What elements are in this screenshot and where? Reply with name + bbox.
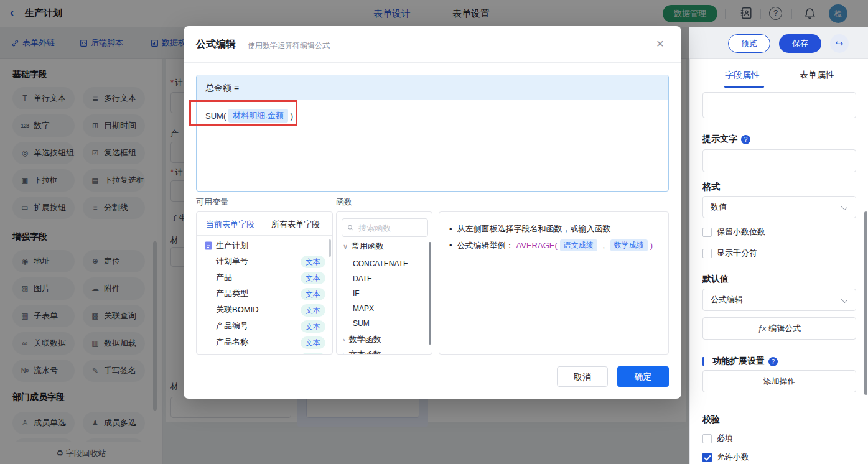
hint-line-1: •从左侧面板选择字段名和函数，或输入函数 (449, 223, 611, 234)
validation-label: 校验 (702, 414, 720, 425)
default-value-select[interactable]: 公式编辑 (702, 289, 856, 311)
formula-edit-modal: 公式编辑 使用数学运算符编辑公式 × 总金额 = SUM( 材料明细.金额 ) … (184, 26, 681, 399)
function-group-text[interactable]: ›文本函数 (343, 349, 381, 355)
modal-subtitle: 使用数学运算符编辑公式 (248, 40, 330, 51)
bullet-icon: • (449, 241, 452, 250)
search-icon (347, 224, 353, 231)
example-function-name: AVERAGE( (516, 241, 558, 250)
default-value-label: 默认值 (702, 274, 729, 285)
tab-field-properties[interactable]: 字段属性 (725, 70, 760, 81)
field-type-badge-partial: 文本 (301, 353, 325, 355)
field-type-badge: 文本 (301, 304, 325, 317)
field-type-badge: 文本 (301, 336, 325, 349)
function-item[interactable]: MAPX (353, 304, 374, 313)
variable-item[interactable]: 计划单号 (216, 256, 248, 267)
variable-item[interactable]: 产品类型 (216, 288, 248, 299)
chevron-down-icon (841, 297, 847, 303)
function-group-common[interactable]: ∨常用函数 (343, 241, 384, 252)
allow-decimal-row: 允许小数 (702, 452, 749, 463)
formula-editor[interactable]: 总金额 = SUM( 材料明细.金额 ) (196, 75, 669, 192)
thousand-sep-row: 显示千分符 (702, 248, 757, 259)
formula-expression[interactable]: SUM( 材料明细.金额 ) (205, 109, 293, 123)
cancel-button[interactable]: 取消 (557, 366, 608, 387)
section-bar (702, 357, 704, 366)
variable-tree-root[interactable]: 生产计划 (205, 240, 248, 251)
example-close-paren: ) (650, 241, 653, 250)
formula-field-token[interactable]: 材料明细.金额 (228, 109, 288, 123)
save-button[interactable]: 保存 (779, 34, 821, 53)
variable-item[interactable]: 产品编号 (216, 320, 248, 332)
divider (690, 88, 868, 88)
chevron-down-icon: ∨ (343, 243, 348, 251)
function-group-math[interactable]: ›数学函数 (343, 334, 381, 345)
variable-item[interactable]: 产品名称 (216, 336, 248, 348)
field-type-badge: 文本 (301, 320, 325, 333)
divider (184, 62, 681, 63)
example-field-token: 数学成绩 (610, 239, 648, 251)
example-field-token: 语文成绩 (560, 239, 597, 251)
modal-title: 公式编辑 (196, 38, 236, 51)
extension-settings-label: 功能扩展设置? (702, 356, 778, 367)
edit-formula-button[interactable]: ƒx 编辑公式 (702, 317, 856, 340)
format-label: 格式 (702, 182, 720, 193)
formula-hints-panel: •从左侧面板选择字段名和函数，或输入函数 • 公式编辑举例： AVERAGE( … (439, 211, 669, 355)
chevron-right-icon: › (343, 336, 345, 343)
keep-decimal-checkbox[interactable] (702, 228, 712, 237)
function-item[interactable]: IF (353, 289, 360, 298)
function-search-input[interactable] (357, 223, 422, 233)
formula-function-name: SUM( (205, 111, 226, 121)
fx-icon: ƒx (758, 323, 767, 333)
help-icon[interactable]: ? (741, 135, 750, 144)
format-select[interactable]: 数值 (702, 196, 856, 218)
variables-tabs: 当前表单字段 所有表单字段 (197, 212, 332, 236)
function-item[interactable]: CONCATENATE (353, 259, 408, 268)
allow-decimal-checkbox[interactable] (702, 453, 712, 462)
document-icon (205, 241, 212, 250)
comma: ， (600, 240, 608, 251)
close-icon[interactable]: × (651, 35, 669, 53)
hint-line-2: • 公式编辑举例： AVERAGE( 语文成绩 ， 数学成绩 ) (449, 239, 653, 251)
functions-scrollbar[interactable] (429, 242, 431, 345)
field-type-badge: 文本 (301, 288, 325, 300)
share-arrow-icon[interactable]: ↪ (830, 34, 849, 53)
variable-item[interactable]: 关联BOMID (216, 304, 259, 315)
field-type-badge: 文本 (301, 256, 325, 268)
property-panel: 字段属性 表单属性 提示文字? 格式 数值 保留小数位数 显示千分符 默认值 公… (689, 59, 868, 464)
help-icon[interactable]: ? (768, 357, 778, 366)
keep-decimal-row: 保留小数位数 (702, 226, 765, 238)
window-scrollbar[interactable] (864, 211, 867, 395)
tab-current-form-fields[interactable]: 当前表单字段 (206, 219, 254, 230)
modal-backdrop[interactable] (0, 0, 868, 27)
thousand-sep-checkbox[interactable] (702, 249, 712, 258)
variables-scrollbar[interactable] (329, 239, 331, 257)
bullet-icon: • (449, 225, 452, 234)
confirm-button[interactable]: 确定 (617, 366, 669, 387)
tab-all-form-fields[interactable]: 所有表单字段 (271, 219, 320, 230)
functions-panel: ∨常用函数 CONCATENATE DATE IF MAPX SUM ›数学函数… (336, 211, 432, 355)
hint-text-input[interactable] (702, 149, 856, 172)
hint-text-label: 提示文字? (702, 134, 750, 145)
function-search[interactable] (342, 218, 428, 237)
function-item[interactable]: SUM (353, 319, 370, 328)
functions-label: 函数 (336, 197, 352, 208)
field-type-badge: 文本 (301, 272, 325, 284)
form-designer-app: ‹ 生产计划 表单设计 表单设置 数据管理 ? 检 表单外链 (0, 0, 868, 464)
required-checkbox[interactable] (702, 434, 712, 443)
formula-target: 总金额 = (197, 75, 668, 100)
add-action-button[interactable]: 添加操作 (702, 370, 856, 392)
property-input-partial[interactable] (702, 92, 856, 118)
chevron-down-icon (841, 204, 847, 210)
chevron-right-icon: › (343, 351, 345, 355)
variables-label: 可用变量 (196, 197, 228, 208)
tab-form-properties[interactable]: 表单属性 (800, 70, 834, 81)
variables-panel: 当前表单字段 所有表单字段 生产计划 计划单号 文本 产品 文本 产品类型 文本… (196, 211, 333, 355)
preview-button[interactable]: 预览 (728, 34, 770, 53)
required-row: 必填 (702, 433, 733, 444)
formula-close-paren: ) (291, 111, 293, 121)
variable-item[interactable]: 产品 (216, 272, 232, 283)
function-item[interactable]: DATE (353, 274, 372, 283)
